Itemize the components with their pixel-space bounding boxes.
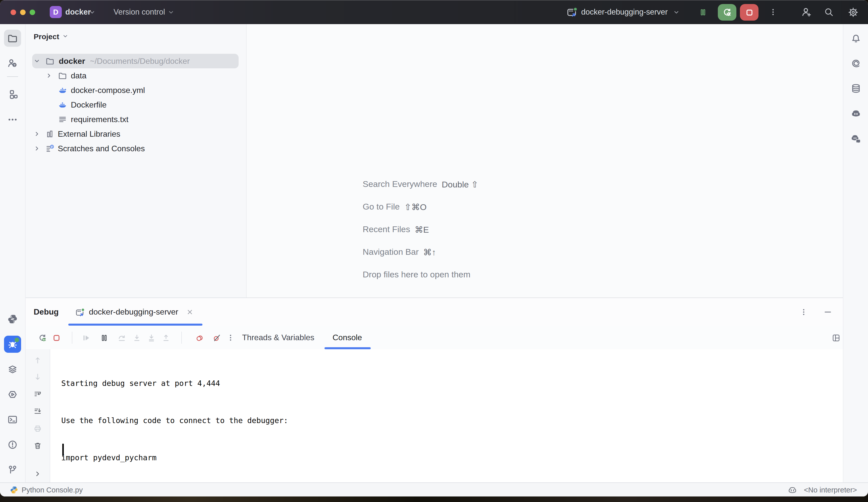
tab-console[interactable]: Console <box>332 326 362 349</box>
status-right-widgets: <No interpreter> <box>788 483 857 496</box>
status-file-widget[interactable]: Python Console.py <box>10 483 83 496</box>
version-control-menu[interactable]: Version control <box>114 0 165 24</box>
folder-icon <box>46 54 54 68</box>
git-tool-button[interactable] <box>4 461 21 478</box>
settings-gear-icon[interactable] <box>848 0 858 24</box>
shortcut-label: Go to File <box>363 202 400 212</box>
problems-tool-button[interactable] <box>4 436 21 453</box>
chevron-collapsed-icon[interactable] <box>34 141 40 156</box>
stop-button[interactable] <box>740 4 758 21</box>
tree-row-dockerfile[interactable]: Dockerfile <box>25 98 246 112</box>
tree-row-requirements[interactable]: requirements.txt <box>25 112 246 127</box>
console-line: import pydevd_pycharm <box>61 452 465 464</box>
clear-console-trash-icon[interactable] <box>34 442 42 450</box>
console-output[interactable]: Starting debug server at port 4,444 Use … <box>61 353 465 496</box>
more-actions-kebab-icon[interactable] <box>769 0 777 24</box>
console-line: Use the following code to connect to the… <box>61 414 465 427</box>
services-tool-button[interactable] <box>4 386 21 403</box>
scroll-to-end-icon[interactable] <box>34 407 42 415</box>
project-tool-button[interactable] <box>4 30 21 47</box>
debug-session-tab[interactable]: docker-debugging-server <box>68 298 200 326</box>
more-tool-windows-button[interactable] <box>4 111 21 128</box>
tree-label: External Libraries <box>58 127 120 141</box>
copilot-status-icon[interactable] <box>788 486 797 494</box>
debug-tab-row: Debug docker-debugging-server <box>25 298 843 327</box>
python-icon <box>10 486 18 494</box>
project-panel: Project docker ~/Documents/Debug/docker <box>25 24 247 297</box>
tab-threads-variables[interactable]: Threads & Variables <box>242 326 314 349</box>
tree-row-data[interactable]: data <box>25 68 246 83</box>
tree-row-scratches[interactable]: Scratches and Consoles <box>25 141 246 156</box>
debug-tool-window: Debug docker-debugging-server <box>25 297 843 483</box>
tab-label: Console <box>332 333 362 342</box>
project-badge: D <box>50 6 62 18</box>
shortcut-keys: ⇧⌘O <box>404 202 426 212</box>
tree-path: ~/Documents/Debug/docker <box>90 54 190 68</box>
view-breakpoints-icon[interactable] <box>192 330 207 346</box>
shortcut-go-to-file: Go to File ⇧⌘O <box>363 201 426 214</box>
chevron-down-icon <box>62 33 68 39</box>
tree-row-docker[interactable]: docker ~/Documents/Debug/docker <box>25 54 246 68</box>
traffic-minimize-button[interactable] <box>20 9 25 15</box>
scratches-icon <box>46 141 54 156</box>
mute-breakpoints-icon[interactable] <box>208 330 225 346</box>
tree-label: docker-compose.yml <box>71 83 145 98</box>
pycharm-window: D docker Version control <box>0 0 868 496</box>
python-packages-tool-button[interactable] <box>4 361 21 378</box>
layout-settings-icon[interactable] <box>828 330 844 346</box>
interpreter-widget[interactable]: <No interpreter> <box>804 486 857 494</box>
terminal-tool-button[interactable] <box>4 411 21 428</box>
tree-row-docker-compose[interactable]: docker-compose.yml <box>25 83 246 98</box>
step-into-icon[interactable] <box>128 330 145 346</box>
toolbar-kebab-icon[interactable] <box>223 330 239 346</box>
structure-tool-button[interactable] <box>4 86 21 103</box>
database-tool-button[interactable] <box>847 80 865 97</box>
project-menu[interactable]: docker <box>65 0 91 24</box>
shortcut-label: Recent Files <box>363 225 410 235</box>
project-panel-header[interactable]: Project <box>34 30 68 42</box>
expand-gutter-chevron-icon[interactable] <box>34 470 42 478</box>
debug-tool-button[interactable] <box>4 336 21 353</box>
print-icon[interactable] <box>34 424 42 433</box>
active-tab-underline <box>324 347 371 349</box>
step-over-icon[interactable] <box>114 330 130 346</box>
search-everywhere-icon[interactable] <box>824 0 834 24</box>
tree-row-external-libraries[interactable]: External Libraries <box>25 127 246 141</box>
traffic-close-button[interactable] <box>10 9 16 15</box>
copilot-tool-button[interactable] <box>847 105 865 122</box>
stop-icon[interactable] <box>48 330 64 346</box>
scroll-up-icon[interactable] <box>34 356 42 364</box>
chevron-collapsed-icon[interactable] <box>46 68 52 83</box>
resume-program-icon[interactable] <box>78 330 94 346</box>
pause-program-icon[interactable] <box>96 330 112 346</box>
run-config-selector[interactable]: docker-debugging-server <box>581 0 668 24</box>
screen: D docker Version control <box>0 0 868 502</box>
rerun-debug-icon[interactable] <box>34 330 50 346</box>
active-session-underline <box>68 324 203 326</box>
traffic-zoom-button[interactable] <box>29 9 35 15</box>
notifications-bell-button[interactable] <box>847 30 865 47</box>
code-with-me-icon[interactable] <box>801 0 812 24</box>
step-out-icon[interactable] <box>158 330 174 346</box>
chevron-expanded-icon[interactable] <box>34 54 40 68</box>
hide-panel-icon[interactable] <box>824 298 832 326</box>
pull-requests-tool-button[interactable]: ? <box>4 55 21 72</box>
debug-console[interactable]: Starting debug server at port 4,444 Use … <box>25 349 843 483</box>
debug-panel-kebab-icon[interactable] <box>800 298 808 326</box>
force-step-into-icon[interactable] <box>143 330 159 346</box>
status-file-label: Python Console.py <box>22 486 83 494</box>
chevron-collapsed-icon[interactable] <box>34 127 40 141</box>
close-icon[interactable] <box>186 308 193 316</box>
ai-assistant-button[interactable] <box>847 55 865 72</box>
copilot-chat-tool-button[interactable] <box>847 130 865 147</box>
folder-icon <box>58 68 67 83</box>
scroll-down-icon[interactable] <box>34 373 42 381</box>
rerun-debug-button[interactable] <box>718 4 736 21</box>
python-console-tool-button[interactable] <box>4 310 21 328</box>
shortcut-label: Drop files here to open them <box>363 270 471 280</box>
strip-divider <box>7 76 18 77</box>
pause-program-button[interactable] <box>699 0 707 24</box>
status-bar: Python Console.py <No interpreter> <box>0 482 868 496</box>
soft-wrap-icon[interactable] <box>34 390 42 398</box>
svg-text:?: ? <box>13 63 15 67</box>
